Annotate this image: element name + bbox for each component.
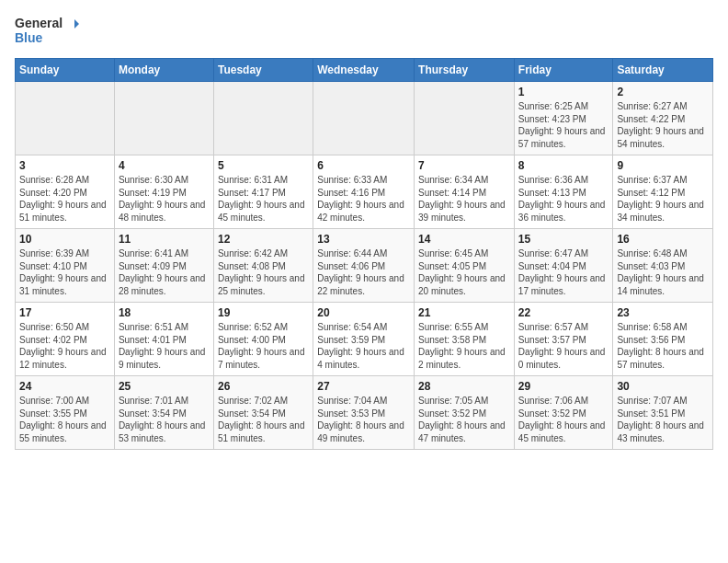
logo: General Blue	[15, 15, 83, 47]
calendar-day-cell: 5Sunrise: 6:31 AM Sunset: 4:17 PM Daylig…	[213, 155, 313, 229]
calendar-week-row: 10Sunrise: 6:39 AM Sunset: 4:10 PM Dayli…	[16, 229, 713, 303]
day-number: 12	[218, 233, 309, 246]
day-info: Sunrise: 6:45 AM Sunset: 4:05 PM Dayligh…	[418, 247, 510, 297]
calendar-empty-cell	[213, 82, 313, 155]
day-info: Sunrise: 6:42 AM Sunset: 4:08 PM Dayligh…	[218, 247, 309, 297]
day-number: 13	[317, 233, 410, 246]
weekday-header-row: SundayMondayTuesdayWednesdayThursdayFrid…	[16, 59, 713, 82]
calendar-day-cell: 19Sunrise: 6:52 AM Sunset: 4:00 PM Dayli…	[213, 303, 313, 376]
calendar-day-cell: 8Sunrise: 6:36 AM Sunset: 4:13 PM Daylig…	[514, 155, 613, 229]
logo-icon: General Blue	[15, 15, 79, 47]
day-info: Sunrise: 7:02 AM Sunset: 3:54 PM Dayligh…	[218, 395, 309, 444]
calendar-day-cell: 3Sunrise: 6:28 AM Sunset: 4:20 PM Daylig…	[16, 155, 115, 229]
day-info: Sunrise: 6:54 AM Sunset: 3:59 PM Dayligh…	[317, 321, 410, 371]
day-number: 20	[317, 306, 410, 319]
day-number: 5	[218, 159, 309, 172]
day-number: 2	[617, 86, 709, 98]
day-number: 19	[218, 306, 309, 319]
calendar-day-cell: 22Sunrise: 6:57 AM Sunset: 3:57 PM Dayli…	[514, 303, 613, 376]
calendar-day-cell: 12Sunrise: 6:42 AM Sunset: 4:08 PM Dayli…	[213, 229, 313, 303]
day-number: 6	[317, 159, 410, 172]
day-number: 25	[119, 380, 210, 393]
svg-text:Blue: Blue	[15, 30, 43, 45]
day-info: Sunrise: 6:51 AM Sunset: 4:01 PM Dayligh…	[119, 321, 210, 371]
calendar-empty-cell	[114, 82, 213, 155]
calendar-day-cell: 13Sunrise: 6:44 AM Sunset: 4:06 PM Dayli…	[313, 229, 415, 303]
calendar-day-cell: 20Sunrise: 6:54 AM Sunset: 3:59 PM Dayli…	[313, 303, 415, 376]
day-info: Sunrise: 7:00 AM Sunset: 3:55 PM Dayligh…	[19, 395, 110, 444]
day-info: Sunrise: 6:58 AM Sunset: 3:56 PM Dayligh…	[617, 321, 709, 371]
day-info: Sunrise: 6:27 AM Sunset: 4:22 PM Dayligh…	[617, 100, 709, 150]
day-number: 24	[19, 380, 110, 393]
calendar-day-cell: 23Sunrise: 6:58 AM Sunset: 3:56 PM Dayli…	[613, 303, 713, 376]
calendar-table: SundayMondayTuesdayWednesdayThursdayFrid…	[15, 58, 713, 450]
day-info: Sunrise: 6:37 AM Sunset: 4:12 PM Dayligh…	[617, 174, 709, 224]
calendar-week-row: 3Sunrise: 6:28 AM Sunset: 4:20 PM Daylig…	[16, 155, 713, 229]
svg-text:General: General	[15, 16, 63, 30]
day-number: 15	[518, 233, 609, 246]
day-info: Sunrise: 7:06 AM Sunset: 3:52 PM Dayligh…	[518, 395, 609, 444]
day-info: Sunrise: 6:47 AM Sunset: 4:04 PM Dayligh…	[518, 247, 609, 297]
day-number: 27	[317, 380, 410, 393]
calendar-day-cell: 21Sunrise: 6:55 AM Sunset: 3:58 PM Dayli…	[415, 303, 515, 376]
day-number: 14	[418, 233, 510, 246]
calendar-day-cell: 14Sunrise: 6:45 AM Sunset: 4:05 PM Dayli…	[415, 229, 515, 303]
day-info: Sunrise: 6:31 AM Sunset: 4:17 PM Dayligh…	[218, 174, 309, 224]
calendar-day-cell: 27Sunrise: 7:04 AM Sunset: 3:53 PM Dayli…	[313, 376, 415, 450]
day-number: 17	[19, 306, 110, 319]
calendar-day-cell: 6Sunrise: 6:33 AM Sunset: 4:16 PM Daylig…	[313, 155, 415, 229]
calendar-day-cell: 16Sunrise: 6:48 AM Sunset: 4:03 PM Dayli…	[613, 229, 713, 303]
day-number: 22	[518, 306, 609, 319]
calendar-day-cell: 15Sunrise: 6:47 AM Sunset: 4:04 PM Dayli…	[514, 229, 613, 303]
calendar-day-cell: 4Sunrise: 6:30 AM Sunset: 4:19 PM Daylig…	[114, 155, 213, 229]
calendar-day-cell: 18Sunrise: 6:51 AM Sunset: 4:01 PM Dayli…	[114, 303, 213, 376]
day-info: Sunrise: 6:41 AM Sunset: 4:09 PM Dayligh…	[119, 247, 210, 297]
calendar-day-cell: 24Sunrise: 7:00 AM Sunset: 3:55 PM Dayli…	[16, 376, 115, 450]
calendar-day-cell: 30Sunrise: 7:07 AM Sunset: 3:51 PM Dayli…	[613, 376, 713, 450]
day-info: Sunrise: 6:34 AM Sunset: 4:14 PM Dayligh…	[418, 174, 510, 224]
calendar-day-cell: 2Sunrise: 6:27 AM Sunset: 4:22 PM Daylig…	[613, 82, 713, 155]
day-number: 1	[518, 86, 609, 98]
day-number: 16	[617, 233, 709, 246]
weekday-header-thursday: Thursday	[415, 59, 515, 82]
weekday-header-tuesday: Tuesday	[213, 59, 313, 82]
weekday-header-monday: Monday	[114, 59, 213, 82]
calendar-day-cell: 17Sunrise: 6:50 AM Sunset: 4:02 PM Dayli…	[16, 303, 115, 376]
day-info: Sunrise: 6:30 AM Sunset: 4:19 PM Dayligh…	[119, 174, 210, 224]
day-info: Sunrise: 6:39 AM Sunset: 4:10 PM Dayligh…	[19, 247, 110, 297]
day-info: Sunrise: 6:28 AM Sunset: 4:20 PM Dayligh…	[19, 174, 110, 224]
day-number: 4	[119, 159, 210, 172]
day-number: 18	[119, 306, 210, 319]
calendar-empty-cell	[415, 82, 515, 155]
calendar-day-cell: 1Sunrise: 6:25 AM Sunset: 4:23 PM Daylig…	[514, 82, 613, 155]
day-number: 26	[218, 380, 309, 393]
day-number: 29	[518, 380, 609, 393]
day-info: Sunrise: 6:36 AM Sunset: 4:13 PM Dayligh…	[518, 174, 609, 224]
day-info: Sunrise: 7:05 AM Sunset: 3:52 PM Dayligh…	[418, 395, 510, 444]
day-info: Sunrise: 6:48 AM Sunset: 4:03 PM Dayligh…	[617, 247, 709, 297]
calendar-day-cell: 26Sunrise: 7:02 AM Sunset: 3:54 PM Dayli…	[213, 376, 313, 450]
day-number: 3	[19, 159, 110, 172]
calendar-week-row: 24Sunrise: 7:00 AM Sunset: 3:55 PM Dayli…	[16, 376, 713, 450]
day-info: Sunrise: 6:55 AM Sunset: 3:58 PM Dayligh…	[418, 321, 510, 371]
weekday-header-wednesday: Wednesday	[313, 59, 415, 82]
calendar-day-cell: 7Sunrise: 6:34 AM Sunset: 4:14 PM Daylig…	[415, 155, 515, 229]
day-number: 7	[418, 159, 510, 172]
day-info: Sunrise: 6:50 AM Sunset: 4:02 PM Dayligh…	[19, 321, 110, 371]
calendar-week-row: 17Sunrise: 6:50 AM Sunset: 4:02 PM Dayli…	[16, 303, 713, 376]
svg-marker-2	[74, 19, 79, 29]
day-number: 30	[617, 380, 709, 393]
calendar-week-row: 1Sunrise: 6:25 AM Sunset: 4:23 PM Daylig…	[16, 82, 713, 155]
day-number: 11	[119, 233, 210, 246]
day-number: 8	[518, 159, 609, 172]
day-info: Sunrise: 6:44 AM Sunset: 4:06 PM Dayligh…	[317, 247, 410, 297]
day-info: Sunrise: 7:07 AM Sunset: 3:51 PM Dayligh…	[617, 395, 709, 444]
calendar-day-cell: 11Sunrise: 6:41 AM Sunset: 4:09 PM Dayli…	[114, 229, 213, 303]
day-info: Sunrise: 7:04 AM Sunset: 3:53 PM Dayligh…	[317, 395, 410, 444]
calendar-container: General Blue SundayMondayTuesdayWednesda…	[0, 0, 728, 457]
weekday-header-friday: Friday	[514, 59, 613, 82]
calendar-day-cell: 29Sunrise: 7:06 AM Sunset: 3:52 PM Dayli…	[514, 376, 613, 450]
calendar-day-cell: 9Sunrise: 6:37 AM Sunset: 4:12 PM Daylig…	[613, 155, 713, 229]
day-info: Sunrise: 6:57 AM Sunset: 3:57 PM Dayligh…	[518, 321, 609, 371]
day-info: Sunrise: 6:52 AM Sunset: 4:00 PM Dayligh…	[218, 321, 309, 371]
